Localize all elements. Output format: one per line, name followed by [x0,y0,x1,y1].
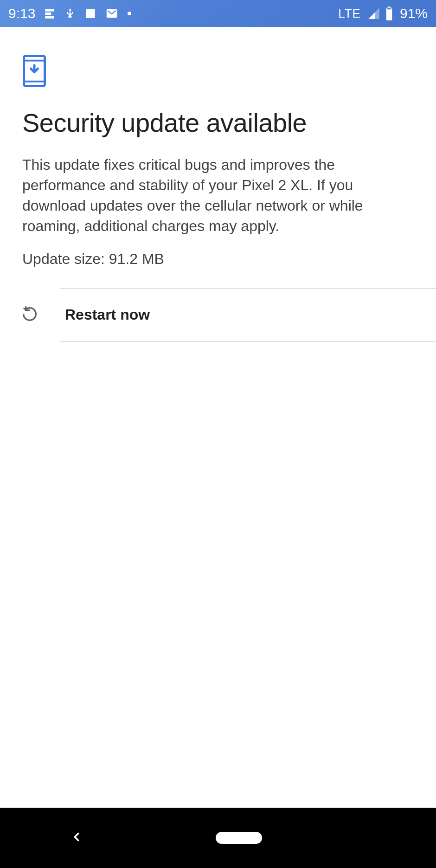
svg-rect-0 [45,9,55,11]
svg-rect-1 [45,13,51,15]
screen: 9:13 LTE 91% [0,0,436,868]
update-description: This update fixes critical bugs and impr… [22,154,414,237]
mail-icon [105,8,119,19]
system-update-icon [22,55,436,89]
battery-icon [385,6,393,20]
network-label: LTE [338,6,361,21]
nav-home-button[interactable] [216,832,262,844]
svg-rect-2 [45,16,55,18]
svg-rect-8 [387,8,391,10]
navigation-bar [0,808,436,868]
usb-icon [64,6,76,20]
more-notifications-icon [127,11,132,16]
nav-back-button[interactable] [70,830,83,846]
signal-icon [367,7,380,20]
svg-point-5 [128,12,131,15]
svg-rect-3 [86,9,96,18]
square-icon [84,7,96,19]
notification-icon [44,7,56,19]
restart-icon [20,305,39,325]
status-bar[interactable]: 9:13 LTE 91% [0,0,436,27]
status-right: LTE 91% [338,6,428,21]
svg-rect-7 [386,8,392,21]
battery-percentage: 91% [400,6,428,21]
update-size: Update size: 91.2 MB [22,251,414,268]
main-content: Security update available This update fi… [0,27,436,808]
status-left: 9:13 [8,6,132,21]
page-title: Security update available [22,108,414,138]
status-time: 9:13 [8,6,35,21]
restart-label: Restart now [65,306,150,323]
restart-now-button[interactable]: Restart now [60,288,436,342]
svg-rect-6 [388,6,390,8]
